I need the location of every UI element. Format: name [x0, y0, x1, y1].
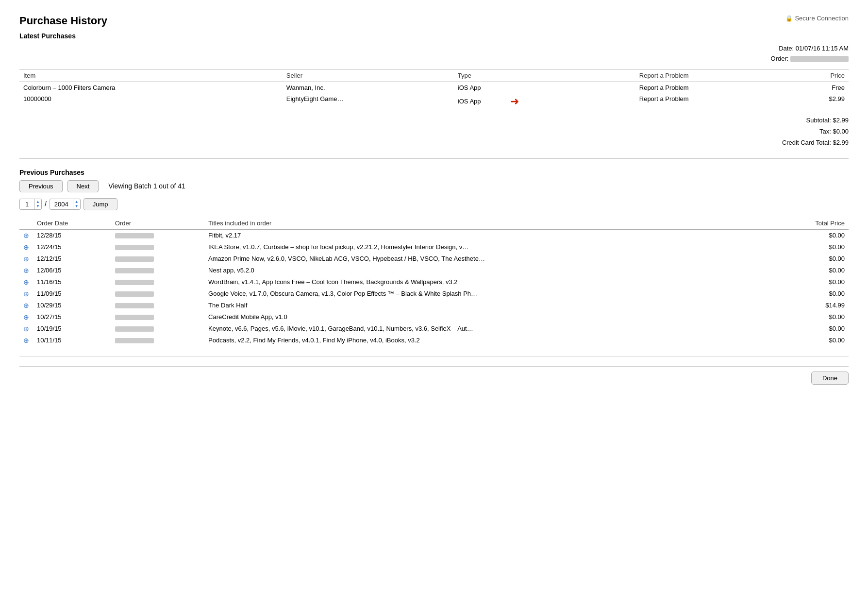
previous-purchases-section: Previous Purchases Previous Next Viewing… [19, 169, 849, 346]
order-meta: Date: 01/07/16 11:15 AM Order: [19, 44, 849, 64]
secure-connection: 🔒 Secure Connection [785, 15, 849, 22]
item-price: Free [786, 82, 849, 93]
order-titles: Amazon Prime Now, v2.6.0, VSCO, NikeLab … [204, 253, 774, 265]
col-order: Order [111, 217, 204, 230]
item-type: iOS App ➜ [454, 93, 635, 110]
page-spinner-arrows[interactable]: ▲ ▼ [34, 199, 41, 209]
order-number [111, 323, 204, 335]
order-total-price: $0.00 [774, 241, 849, 253]
order-number-redacted [790, 56, 849, 62]
order-titles: Podcasts, v2.2, Find My Friends, v4.0.1,… [204, 335, 774, 346]
page-down-arrow[interactable]: ▼ [36, 204, 40, 209]
footer-divider [19, 356, 849, 356]
table-row: 10000000 EightyEight Game… iOS App ➜ Rep… [19, 93, 849, 110]
next-button[interactable]: Next [67, 180, 99, 192]
year-spinner-value: 2004 [50, 199, 73, 209]
row-expand-icon[interactable]: ⊕ [19, 229, 33, 241]
order-total-price: $0.00 [774, 265, 849, 276]
previous-section-title: Previous Purchases [19, 169, 849, 176]
previous-button[interactable]: Previous [19, 180, 63, 192]
row-expand-icon[interactable]: ⊕ [19, 323, 33, 335]
order-date: 12/28/15 [33, 229, 111, 241]
total-label: Credit Card Total: [782, 139, 831, 146]
row-expand-icon[interactable]: ⊕ [19, 300, 33, 311]
red-arrow-icon: ➜ [510, 95, 519, 108]
total-value: $2.99 [833, 139, 849, 146]
order-titles: IKEA Store, v1.0.7, Curbside – shop for … [204, 241, 774, 253]
item-type: iOS App [454, 82, 635, 93]
order-number [111, 241, 204, 253]
order-number [111, 229, 204, 241]
order-titles: Keynote, v6.6, Pages, v5.6, iMovie, v10.… [204, 323, 774, 335]
item-name: 10000000 [19, 93, 283, 110]
year-spinner[interactable]: 2004 ▲ ▼ [50, 199, 81, 210]
table-row: ⊕11/16/15WordBrain, v1.4.1, App Icons Fr… [19, 276, 849, 288]
year-spinner-arrows[interactable]: ▲ ▼ [73, 199, 80, 209]
col-item: Item [19, 69, 283, 82]
order-date: 11/09/15 [33, 288, 111, 300]
order-titles: Google Voice, v1.7.0, Obscura Camera, v1… [204, 288, 774, 300]
order-titles: CareCredit Mobile App, v1.0 [204, 311, 774, 323]
order-number [111, 253, 204, 265]
row-expand-icon[interactable]: ⊕ [19, 241, 33, 253]
order-date: 12/24/15 [33, 241, 111, 253]
order-total-price: $0.00 [774, 253, 849, 265]
nav-controls: Previous Next Viewing Batch 1 out of 41 [19, 180, 849, 192]
table-row: ⊕10/29/15The Dark Half$14.99 [19, 300, 849, 311]
row-expand-icon[interactable]: ⊕ [19, 311, 33, 323]
order-date: 10/11/15 [33, 335, 111, 346]
row-expand-icon[interactable]: ⊕ [19, 265, 33, 276]
order-date: 10/29/15 [33, 300, 111, 311]
order-total-price: $0.00 [774, 229, 849, 241]
order-number [111, 265, 204, 276]
jump-button[interactable]: Jump [83, 198, 117, 210]
section-divider [19, 158, 849, 159]
item-name: Colorburn – 1000 Filters Camera [19, 82, 283, 93]
item-report[interactable]: Report a Problem [635, 82, 786, 93]
latest-table: Item Seller Type Report a Problem Price … [19, 69, 849, 110]
row-expand-icon[interactable]: ⊕ [19, 335, 33, 346]
latest-table-header-row: Item Seller Type Report a Problem Price [19, 69, 849, 82]
col-icon [19, 217, 33, 230]
order-total-price: $0.00 [774, 323, 849, 335]
order-total-price: $14.99 [774, 300, 849, 311]
order-number [111, 335, 204, 346]
table-row: ⊕10/19/15Keynote, v6.6, Pages, v5.6, iMo… [19, 323, 849, 335]
col-seller: Seller [283, 69, 454, 82]
order-titles: Nest app, v5.2.0 [204, 265, 774, 276]
table-row: Colorburn – 1000 Filters Camera Wanman, … [19, 82, 849, 93]
year-down-arrow[interactable]: ▼ [75, 204, 79, 209]
subtotal-value: $2.99 [833, 117, 849, 124]
batch-info: Viewing Batch 1 out of 41 [108, 182, 185, 190]
lock-icon: 🔒 [785, 15, 793, 22]
row-expand-icon[interactable]: ⊕ [19, 276, 33, 288]
order-date: 10/19/15 [33, 323, 111, 335]
order-number [111, 276, 204, 288]
slash-separator: / [45, 200, 47, 208]
order-titles: WordBrain, v1.4.1, App Icons Free – Cool… [204, 276, 774, 288]
page-title: Purchase History [19, 15, 107, 27]
col-report: Report a Problem [635, 69, 786, 82]
order-number [111, 288, 204, 300]
order-titles: Fitbit, v2.17 [204, 229, 774, 241]
tax-label: Tax: [819, 128, 831, 135]
page-up-arrow[interactable]: ▲ [36, 200, 40, 204]
page-footer: Done [19, 366, 849, 385]
order-date: 12/06/15 [33, 265, 111, 276]
table-row: ⊕12/28/15Fitbit, v2.17$0.00 [19, 229, 849, 241]
page-header: Purchase History 🔒 Secure Connection [19, 15, 849, 27]
year-up-arrow[interactable]: ▲ [75, 200, 79, 204]
col-order-date: Order Date [33, 217, 111, 230]
order-date: 12/12/15 [33, 253, 111, 265]
item-report[interactable]: Report a Problem [635, 93, 786, 110]
secure-connection-label: Secure Connection [795, 15, 849, 22]
row-expand-icon[interactable]: ⊕ [19, 288, 33, 300]
item-seller: EightyEight Game… [283, 93, 454, 110]
table-row: ⊕12/06/15Nest app, v5.2.0$0.00 [19, 265, 849, 276]
jump-controls: 1 ▲ ▼ / 2004 ▲ ▼ Jump [19, 198, 849, 210]
tax-value: $0.00 [833, 128, 849, 135]
order-total-price: $0.00 [774, 276, 849, 288]
done-button[interactable]: Done [811, 372, 849, 385]
page-spinner[interactable]: 1 ▲ ▼ [19, 199, 42, 210]
row-expand-icon[interactable]: ⊕ [19, 253, 33, 265]
